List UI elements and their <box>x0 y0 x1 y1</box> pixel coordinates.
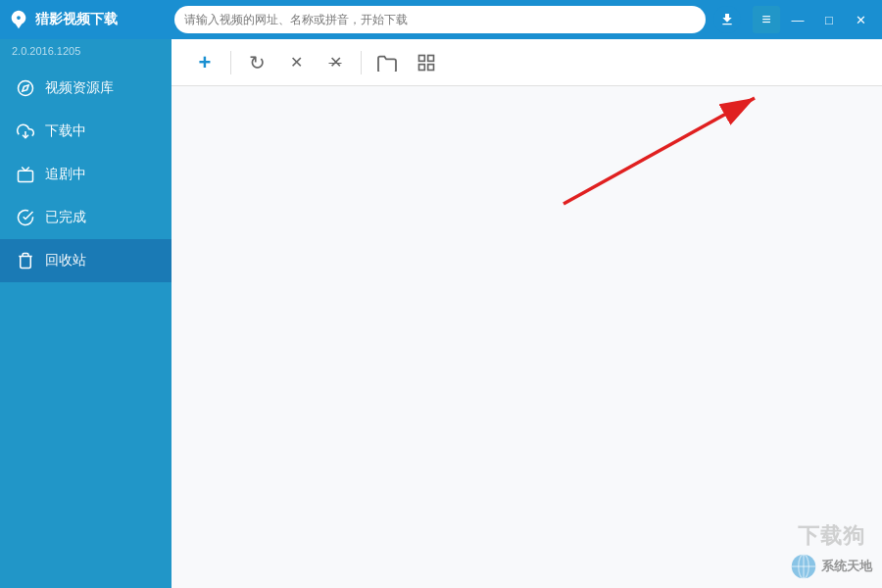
minimize-button[interactable]: — <box>784 6 811 33</box>
search-input[interactable] <box>184 13 696 26</box>
folder-button[interactable] <box>369 45 405 80</box>
maximize-button[interactable]: □ <box>815 6 843 33</box>
svg-rect-3 <box>19 171 33 181</box>
svg-marker-1 <box>23 85 28 91</box>
svg-rect-7 <box>419 64 425 70</box>
title-bar: 猎影视频下载 ≡ — □ ✕ <box>0 0 882 39</box>
app-title: 猎影视频下载 <box>35 11 118 28</box>
tv-icon <box>16 165 35 184</box>
app-logo: 猎影视频下载 <box>8 9 174 30</box>
compass-icon <box>16 78 35 98</box>
watermark-badge: 系统天地 <box>790 553 872 580</box>
search-bar[interactable] <box>174 6 706 33</box>
close-button[interactable]: ✕ <box>847 6 874 33</box>
sidebar-item-recycle[interactable]: 回收站 <box>0 239 172 282</box>
app-version: 2.0.2016.1205 <box>0 39 172 67</box>
watermark-site: 系统天地 <box>821 558 872 575</box>
toolbar-divider-1 <box>230 51 231 74</box>
trash-icon <box>16 251 35 270</box>
svg-line-9 <box>564 98 755 204</box>
grid-button[interactable] <box>409 45 444 80</box>
search-download-button[interactable] <box>713 6 741 33</box>
sidebar: 2.0.2016.1205 视频资源库 下载中 <box>0 39 172 588</box>
refresh-button[interactable]: ↻ <box>239 45 274 80</box>
sidebar-label-video-library: 视频资源库 <box>45 79 114 97</box>
watermark-text: 下载狗 <box>798 521 865 551</box>
sidebar-item-video-library[interactable]: 视频资源库 <box>0 67 172 110</box>
toolbar: + ↻ ✕ ✕ <box>172 39 882 86</box>
sidebar-label-series: 追剧中 <box>45 166 86 183</box>
add-button[interactable]: + <box>187 45 222 80</box>
stop-button[interactable]: ✕ <box>278 45 314 80</box>
svg-rect-6 <box>428 64 434 70</box>
svg-rect-4 <box>419 55 425 61</box>
sidebar-item-downloading[interactable]: 下载中 <box>0 110 172 153</box>
globe-icon <box>790 553 817 580</box>
arrow-overlay <box>172 86 882 588</box>
svg-point-0 <box>19 81 33 96</box>
main-area: 2.0.2016.1205 视频资源库 下载中 <box>0 39 882 588</box>
watermark: 下载狗 系统天地 <box>790 521 872 580</box>
sidebar-label-recycle: 回收站 <box>45 252 86 270</box>
sidebar-item-completed[interactable]: 已完成 <box>0 196 172 239</box>
toolbar-divider-2 <box>361 51 362 74</box>
paw-icon <box>8 9 29 30</box>
menu-button[interactable]: ≡ <box>753 6 780 33</box>
delete-button[interactable]: ✕ <box>318 45 353 80</box>
content-area: + ↻ ✕ ✕ <box>172 39 882 588</box>
download-cloud-icon <box>16 122 35 141</box>
sidebar-item-series[interactable]: 追剧中 <box>0 153 172 196</box>
download-icon <box>719 12 735 27</box>
svg-rect-5 <box>428 55 434 61</box>
window-controls: ≡ — □ ✕ <box>753 6 874 33</box>
content-body: 下载狗 系统天地 <box>172 86 882 588</box>
check-circle-icon <box>16 208 35 227</box>
sidebar-label-completed: 已完成 <box>45 209 86 226</box>
sidebar-label-downloading: 下载中 <box>45 122 86 140</box>
